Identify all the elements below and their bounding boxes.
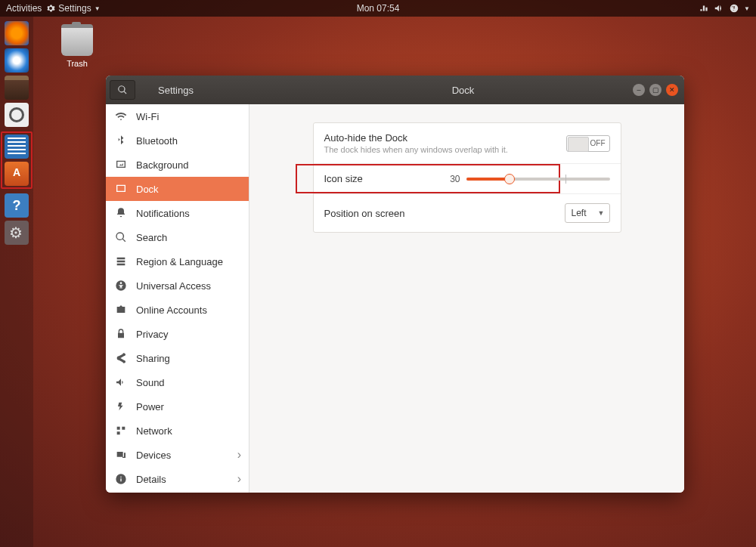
sidebar-item-label: Bluetooth bbox=[136, 135, 178, 147]
slider-tick bbox=[565, 175, 566, 184]
chevron-right-icon: › bbox=[237, 472, 241, 486]
clock[interactable]: Mon 07:54 bbox=[357, 3, 400, 14]
sidebar-item-label: Region & Language bbox=[136, 256, 223, 267]
autohide-title: Auto-hide the Dock bbox=[324, 132, 508, 144]
ubuntu-software-launcher[interactable] bbox=[5, 162, 29, 186]
wifi-icon bbox=[115, 110, 127, 122]
settings-launcher[interactable] bbox=[5, 221, 29, 245]
online-icon bbox=[115, 304, 127, 316]
sidebar-item-label: Sound bbox=[136, 377, 165, 388]
trash-desktop-icon[interactable]: Trash bbox=[54, 24, 100, 68]
sidebar-item-label: Notifications bbox=[136, 208, 190, 219]
power-icon bbox=[115, 400, 127, 413]
sidebar-item-universal[interactable]: Universal Access bbox=[106, 274, 249, 298]
sidebar-item-label: Devices bbox=[136, 450, 171, 461]
rhythmbox-launcher[interactable] bbox=[5, 103, 29, 127]
sidebar-item-label: Background bbox=[136, 159, 188, 171]
dropdown-arrow-icon: ▼ bbox=[94, 5, 101, 12]
sidebar-item-label: Universal Access bbox=[136, 280, 211, 292]
sharing-icon bbox=[115, 352, 127, 364]
devices-icon bbox=[115, 449, 127, 461]
close-button[interactable]: ✕ bbox=[666, 84, 678, 96]
header-search-button[interactable] bbox=[110, 80, 135, 100]
network-icon bbox=[115, 425, 127, 437]
background-icon bbox=[115, 159, 127, 171]
details-icon bbox=[115, 473, 127, 485]
volume-icon bbox=[714, 3, 724, 14]
trash-label: Trash bbox=[54, 59, 100, 68]
network-icon bbox=[699, 3, 709, 14]
sidebar-item-privacy[interactable]: Privacy bbox=[106, 322, 249, 346]
sidebar-item-label: Power bbox=[136, 401, 164, 413]
system-tray[interactable]: ▼ bbox=[699, 3, 750, 14]
sidebar-item-region[interactable]: Region & Language bbox=[106, 249, 249, 274]
sidebar-item-label: Dock bbox=[136, 184, 159, 195]
top-panel: Activities Settings ▼ Mon 07:54 ▼ bbox=[0, 0, 756, 17]
settings-window: Settings Dock – ▢ ✕ Wi-FiBluetoothBackgr… bbox=[106, 76, 684, 493]
universal-icon bbox=[115, 280, 127, 292]
dock-icon bbox=[115, 183, 127, 195]
slider-thumb[interactable] bbox=[504, 174, 515, 184]
position-value: Left bbox=[572, 208, 587, 218]
maximize-button[interactable]: ▢ bbox=[649, 84, 662, 96]
sidebar-item-details[interactable]: Details› bbox=[106, 467, 249, 491]
dock-settings-panel: Auto-hide the Dock The dock hides when a… bbox=[313, 122, 621, 233]
settings-content: Auto-hide the Dock The dock hides when a… bbox=[249, 104, 684, 493]
dock: ? bbox=[0, 17, 33, 547]
thunderbird-launcher[interactable] bbox=[5, 48, 29, 73]
search-icon bbox=[117, 85, 128, 95]
autohide-row: Auto-hide the Dock The dock hides when a… bbox=[314, 123, 621, 164]
sidebar-item-label: Network bbox=[136, 425, 172, 437]
dock-highlight bbox=[1, 131, 33, 189]
dropdown-arrow-icon: ▼ bbox=[744, 5, 750, 12]
chevron-down-icon: ▼ bbox=[598, 209, 605, 217]
sidebar-item-label: Online Accounts bbox=[136, 304, 207, 316]
help-launcher[interactable]: ? bbox=[5, 193, 29, 218]
sidebar-item-power[interactable]: Power bbox=[106, 394, 249, 419]
sidebar-item-wifi[interactable]: Wi-Fi bbox=[106, 104, 249, 128]
libreoffice-writer-launcher[interactable] bbox=[5, 134, 29, 159]
position-label: Position on screen bbox=[324, 208, 405, 219]
files-launcher[interactable] bbox=[5, 76, 29, 100]
titlebar[interactable]: Settings Dock – ▢ ✕ bbox=[106, 76, 684, 104]
activities-button[interactable]: Activities bbox=[6, 3, 42, 14]
privacy-icon bbox=[115, 328, 127, 340]
window-title: Settings bbox=[158, 85, 194, 96]
sidebar-item-label: Details bbox=[136, 474, 166, 485]
minimize-button[interactable]: – bbox=[633, 84, 645, 96]
sidebar-item-bluetooth[interactable]: Bluetooth bbox=[106, 128, 249, 153]
app-menu[interactable]: Settings ▼ bbox=[46, 3, 100, 14]
sidebar-item-sharing[interactable]: Sharing bbox=[106, 346, 249, 370]
sidebar-item-online[interactable]: Online Accounts bbox=[106, 298, 249, 322]
bell-icon bbox=[115, 207, 127, 219]
sidebar-item-label: Sharing bbox=[136, 353, 170, 364]
sidebar-item-dock[interactable]: Dock bbox=[106, 177, 249, 201]
sidebar-item-network[interactable]: Network bbox=[106, 419, 249, 443]
iconsize-row: Icon size 30 bbox=[314, 164, 621, 194]
position-dropdown[interactable]: Left ▼ bbox=[565, 203, 610, 223]
sidebar-item-devices[interactable]: Devices› bbox=[106, 443, 249, 467]
sidebar-item-sound[interactable]: Sound bbox=[106, 370, 249, 394]
sidebar-item-label: Privacy bbox=[136, 329, 169, 340]
chevron-right-icon: › bbox=[237, 448, 241, 462]
settings-sidebar: Wi-FiBluetoothBackgroundDockNotification… bbox=[106, 104, 249, 493]
sidebar-item-bell[interactable]: Notifications bbox=[106, 201, 249, 225]
iconsize-slider[interactable] bbox=[466, 178, 610, 181]
slider-fill bbox=[466, 178, 510, 181]
sidebar-item-background[interactable]: Background bbox=[106, 153, 249, 177]
gear-icon bbox=[46, 4, 55, 13]
sidebar-item-search[interactable]: Search bbox=[106, 225, 249, 249]
region-icon bbox=[115, 255, 127, 267]
autohide-subtitle: The dock hides when any windows overlap … bbox=[324, 145, 508, 154]
position-row: Position on screen Left ▼ bbox=[314, 194, 621, 232]
bluetooth-icon bbox=[115, 134, 127, 147]
iconsize-value: 30 bbox=[450, 174, 460, 184]
iconsize-label: Icon size bbox=[324, 173, 363, 184]
trash-icon bbox=[61, 24, 93, 56]
firefox-launcher[interactable] bbox=[5, 21, 29, 45]
power-icon bbox=[729, 3, 739, 14]
autohide-toggle[interactable]: OFF bbox=[566, 135, 610, 152]
sidebar-item-label: Wi-Fi bbox=[136, 111, 159, 122]
sidebar-item-label: Search bbox=[136, 232, 167, 243]
search-icon bbox=[115, 231, 127, 243]
